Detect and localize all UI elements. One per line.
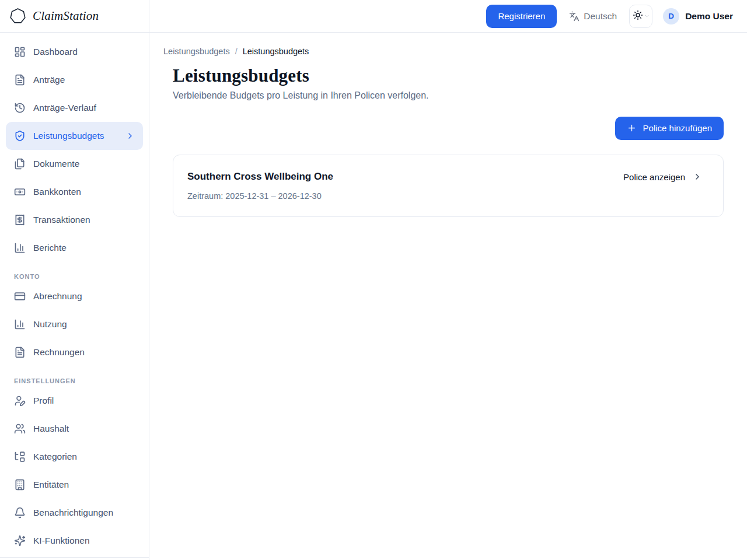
top-header: Registrieren Deutsch D Demo User (149, 0, 747, 33)
policy-list: Southern Cross Wellbeing OneZeitraum: 20… (173, 155, 724, 217)
receipt-icon (14, 214, 26, 226)
sidebar-item-dokumente[interactable]: Dokumente (6, 150, 143, 178)
sidebar-item-label: Bankkonten (33, 187, 81, 197)
sidebar-item-antr-ge-verlauf[interactable]: Anträge-Verlauf (6, 94, 143, 122)
bell-icon (14, 507, 26, 519)
register-button[interactable]: Registrieren (486, 5, 557, 28)
app-root: ClaimStation DashboardAnträgeAnträge-Ver… (0, 0, 747, 560)
sidebar-item-haushalt[interactable]: Haushalt (6, 415, 143, 443)
chevron-down-icon (644, 13, 650, 19)
sidebar: ClaimStation DashboardAnträgeAnträge-Ver… (0, 0, 149, 560)
credit-card-icon (14, 290, 26, 302)
user-menu[interactable]: D Demo User (663, 8, 733, 24)
claimstation-logo-icon (9, 7, 27, 25)
shield-check-icon (14, 130, 26, 142)
sidebar-item-label: Berichte (33, 243, 67, 253)
sidebar-item-label: Abrechnung (33, 291, 82, 302)
brand-logo[interactable]: ClaimStation (0, 0, 149, 33)
sidebar-item-label: Transaktionen (33, 215, 90, 225)
sidebar-item-label: Dashboard (33, 47, 78, 57)
main-column: Registrieren Deutsch D Demo User Leistun… (149, 0, 747, 560)
languages-icon (569, 11, 580, 22)
sun-icon (633, 10, 643, 22)
sidebar-item-kategorien[interactable]: Kategorien (6, 443, 143, 471)
sidebar-item-benachrichtigungen[interactable]: Benachrichtigungen (6, 499, 143, 527)
page-title: Leistungsbudgets (173, 66, 724, 86)
sidebar-item-label: Dokumente (33, 159, 79, 169)
toolbar: Police hinzufügen (173, 117, 724, 140)
breadcrumb: Leistungsbudgets / Leistungsbudgets (163, 47, 733, 56)
sidebar-item-ki-funktionen[interactable]: KI-Funktionen (6, 527, 143, 555)
chevron-right-icon (693, 172, 702, 181)
add-policy-button[interactable]: Police hinzufügen (615, 117, 724, 140)
sidebar-item-leistungsbudgets[interactable]: Leistungsbudgets (6, 122, 143, 150)
sidebar-item-nutzung[interactable]: Nutzung (6, 310, 143, 338)
policy-info: Southern Cross Wellbeing OneZeitraum: 20… (187, 171, 333, 201)
language-label: Deutsch (584, 11, 617, 22)
breadcrumb-separator: / (235, 47, 238, 56)
file-text-icon (14, 346, 26, 358)
sidebar-item-label: Haushalt (33, 424, 69, 434)
sidebar-item-berichte[interactable]: Berichte (6, 234, 143, 262)
avatar: D (663, 8, 679, 24)
user-name: Demo User (685, 11, 733, 22)
sidebar-item-antr-ge[interactable]: Anträge (6, 66, 143, 94)
sidebar-item-label: Leistungsbudgets (33, 131, 104, 141)
category-tree-icon (14, 451, 26, 463)
breadcrumb-current: Leistungsbudgets (243, 47, 309, 56)
sidebar-item-label: Entitäten (33, 480, 69, 490)
sidebar-item-label: Profil (33, 396, 54, 406)
page-section: Leistungsbudgets Verbleibende Budgets pr… (173, 66, 724, 217)
banknote-icon (14, 186, 26, 198)
sidebar-item-label: Benachrichtigungen (33, 508, 113, 518)
sidebar-item-dashboard[interactable]: Dashboard (6, 38, 143, 66)
chevron-right-icon (125, 131, 135, 141)
file-text-icon (14, 74, 26, 86)
bar-chart-icon (14, 242, 26, 254)
sidebar-item-transaktionen[interactable]: Transaktionen (6, 206, 143, 234)
view-policy-link[interactable]: Police anzeigen (623, 172, 709, 182)
page-content: Leistungsbudgets / Leistungsbudgets Leis… (149, 33, 747, 560)
policy-period: Zeitraum: 2025-12-31 – 2026-12-30 (187, 191, 333, 201)
sidebar-item-label: Rechnungen (33, 347, 85, 358)
sidebar-nav: DashboardAnträgeAnträge-VerlaufLeistungs… (0, 33, 149, 555)
sparkles-icon (14, 535, 26, 547)
bar-chart-icon (14, 318, 26, 330)
sidebar-footer-divider (0, 557, 149, 560)
view-policy-label: Police anzeigen (623, 172, 685, 182)
building-icon (14, 479, 26, 491)
sidebar-item-profil[interactable]: Profil (6, 387, 143, 415)
breadcrumb-parent[interactable]: Leistungsbudgets (163, 47, 230, 56)
sidebar-item-label: Kategorien (33, 452, 77, 462)
policy-card: Southern Cross Wellbeing OneZeitraum: 20… (173, 155, 724, 217)
sidebar-section-label-konto: KONTO (6, 273, 143, 280)
documents-icon (14, 158, 26, 170)
sidebar-item-label: Nutzung (33, 319, 67, 330)
sidebar-section-label-einstellungen: EINSTELLUNGEN (6, 377, 143, 384)
add-policy-label: Police hinzufügen (643, 123, 712, 133)
sidebar-item-label: Anträge-Verlauf (33, 103, 96, 113)
policy-name: Southern Cross Wellbeing One (187, 171, 333, 183)
users-icon (14, 423, 26, 435)
sidebar-item-entit-ten[interactable]: Entitäten (6, 471, 143, 499)
sidebar-item-label: Anträge (33, 75, 65, 85)
sidebar-item-label: KI-Funktionen (33, 536, 90, 546)
page-subtitle: Verbleibende Budgets pro Leistung in Ihr… (173, 90, 724, 101)
dashboard-icon (14, 46, 26, 58)
history-icon (14, 102, 26, 114)
sidebar-item-rechnungen[interactable]: Rechnungen (6, 338, 143, 366)
sidebar-item-abrechnung[interactable]: Abrechnung (6, 282, 143, 310)
plus-icon (627, 123, 637, 133)
theme-toggle-button[interactable] (629, 5, 652, 28)
brand-name: ClaimStation (33, 9, 99, 23)
sidebar-item-bankkonten[interactable]: Bankkonten (6, 178, 143, 206)
user-pen-icon (14, 395, 26, 407)
language-switcher[interactable]: Deutsch (569, 11, 617, 22)
